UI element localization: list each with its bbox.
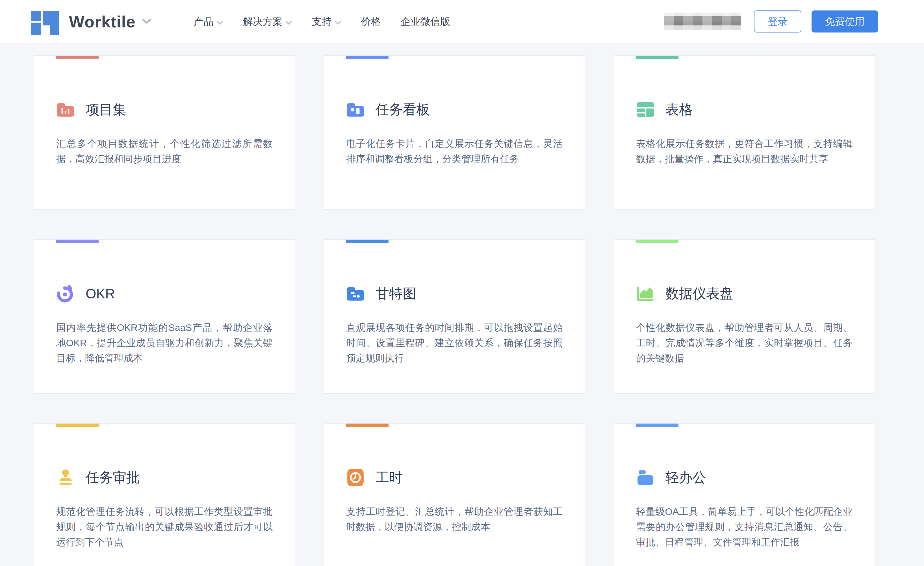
censored-phone-number [664,13,741,30]
chevron-down-icon [334,16,341,27]
card-description: 汇总多个项目数据统计，个性化筛选过滤所需数据，高效汇报和同步项目进度 [56,136,273,167]
card-title: 工时 [375,468,403,486]
card-description: 直观展现各项任务的时间排期，可以拖拽设置起始时间、设置里程碑、建立依赖关系，确保… [346,320,562,366]
card-title: 甘特图 [375,285,416,303]
nav-item-pricing[interactable]: 价格 [361,15,381,28]
card-accent-bar [56,240,99,243]
card-accent-bar [636,56,678,59]
nav-item-wechat-work[interactable]: 企业微信版 [400,15,450,28]
feature-card-dashboard[interactable]: 数据仪表盘 个性化数据仪表盘，帮助管理者可从人员、周期、工时、完成情况等多个维度… [614,239,875,393]
card-description: 国内率先提供OKR功能的SaaS产品，帮助企业落地OKR，提升企业成员自驱力和创… [56,320,273,366]
stamp-icon [56,468,75,487]
feature-card-timesheet[interactable]: 工时 支持工时登记、汇总统计，帮助企业管理者获知工时数据，以便协调资源，控制成本 [324,423,585,566]
folder-kanban-icon [346,100,365,119]
feature-card-approval[interactable]: 任务审批 规范化管理任务流转，可以根据工作类型设置审批规则，每个节点输出的关键成… [34,423,295,566]
folder-chart-icon [56,100,75,119]
feature-card-project-set[interactable]: 项目集 汇总多个项目数据统计，个性化筛选过滤所需数据，高效汇报和同步项目进度 [34,56,295,210]
card-accent-bar [636,240,678,243]
card-accent-bar [636,423,678,427]
chevron-down-icon [285,16,292,27]
card-description: 支持工时登记、汇总统计，帮助企业管理者获知工时数据，以便协调资源，控制成本 [346,504,562,534]
navbar-right: 登录 免费使用 [664,11,878,33]
main-nav: 产品 解决方案 支持 价格 企业微信版 [194,15,450,28]
nav-item-support[interactable]: 支持 [312,15,341,28]
nav-item-solutions[interactable]: 解决方案 [243,15,292,28]
folder-gantt-icon [346,284,365,303]
worktile-logo-icon [31,8,59,36]
card-title: OKR [86,286,115,302]
card-accent-bar [56,56,99,59]
chevron-down-icon [216,16,223,27]
card-description: 个性化数据仪表盘，帮助管理者可从人员、周期、工时、完成情况等多个维度，实时掌握项… [636,320,852,366]
table-icon [636,100,655,119]
card-title: 轻办公 [666,468,706,486]
card-title: 任务看板 [375,101,430,119]
feature-card-okr[interactable]: OKR 国内率先提供OKR功能的SaaS产品，帮助企业落地OKR，提升企业成员自… [34,239,295,393]
card-title: 任务审批 [86,468,140,486]
worktile-logo-text: Worktile [69,12,136,31]
feature-card-light-office[interactable]: 轻办公 轻量级OA工具，简单易上手，可以个性化匹配企业需要的办公管理规则，支持消… [614,423,875,566]
card-accent-bar [56,423,99,427]
card-description: 轻量级OA工具，简单易上手，可以个性化匹配企业需要的办公管理规则，支持消息汇总通… [636,504,852,549]
free-signup-button[interactable]: 免费使用 [812,11,878,33]
card-accent-bar [346,423,388,427]
nav-item-products[interactable]: 产品 [194,15,223,28]
card-accent-bar [346,56,388,59]
okr-target-icon [56,284,75,303]
folder-office-icon [636,468,655,487]
card-title: 项目集 [86,101,126,119]
login-button[interactable]: 登录 [754,11,801,33]
card-title: 数据仪表盘 [666,285,733,303]
feature-grid: 项目集 汇总多个项目数据统计，个性化筛选过滤所需数据，高效汇报和同步项目进度 任… [34,56,924,566]
card-description: 规范化管理任务流转，可以根据工作类型设置审批规则，每个节点输出的关键成果验收通过… [56,504,273,549]
navbar: Worktile 产品 解决方案 支持 价格 企业微信版 登录 免费使用 [0,0,924,43]
feature-card-kanban[interactable]: 任务看板 电子化任务卡片，自定义展示任务关键信息，灵活排序和调整看板分组，分类管… [324,56,585,210]
card-description: 电子化任务卡片，自定义展示任务关键信息，灵活排序和调整看板分组，分类管理所有任务 [346,136,562,167]
chevron-down-icon [142,19,152,24]
feature-card-table[interactable]: 表格 表格化展示任务数据，更符合工作习惯，支持编辑数据，批量操作，真正实现项目数… [614,56,875,210]
worktile-logo[interactable]: Worktile [31,8,152,36]
card-description: 表格化展示任务数据，更符合工作习惯，支持编辑数据，批量操作，真正实现项目数据实时… [636,136,852,167]
chart-line-icon [636,284,655,303]
card-accent-bar [346,240,388,243]
feature-card-gantt[interactable]: 甘特图 直观展现各项任务的时间排期，可以拖拽设置起始时间、设置里程碑、建立依赖关… [324,239,585,393]
card-title: 表格 [666,101,693,119]
clock-icon [346,468,365,487]
